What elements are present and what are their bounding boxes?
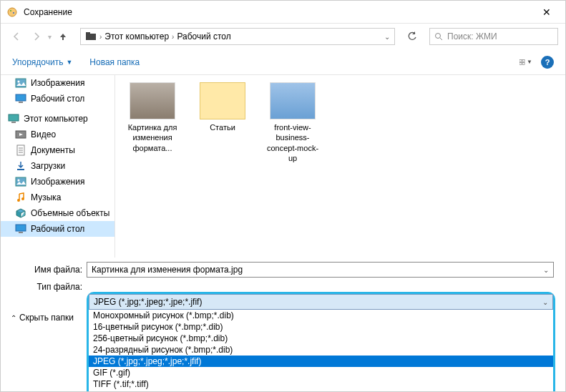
file-thumbnail bbox=[200, 82, 245, 119]
up-button[interactable] bbox=[54, 28, 72, 45]
svg-point-2 bbox=[13, 12, 14, 14]
svg-rect-3 bbox=[86, 34, 96, 40]
svg-point-0 bbox=[8, 8, 16, 16]
svg-rect-28 bbox=[16, 225, 26, 231]
new-folder-button[interactable]: Новая папка bbox=[89, 57, 140, 67]
svg-rect-29 bbox=[19, 232, 23, 233]
chevron-down-icon[interactable]: ⌄ bbox=[384, 33, 390, 41]
sidebar-item[interactable]: Видео bbox=[1, 127, 114, 142]
folder-icon bbox=[85, 31, 97, 42]
breadcrumb[interactable]: › Этот компьютер › Рабочий стол ⌄ bbox=[80, 28, 395, 45]
filename-label: Имя файла: bbox=[1, 265, 87, 275]
svg-point-5 bbox=[436, 34, 441, 39]
view-options-button[interactable]: ▼ bbox=[519, 56, 532, 69]
search-placeholder: Поиск: ЖМИ bbox=[447, 31, 497, 41]
desktop-icon bbox=[15, 223, 26, 235]
svg-rect-8 bbox=[522, 59, 524, 62]
svg-point-1 bbox=[10, 10, 11, 11]
body: ИзображенияРабочий стол Этот компьютер В… bbox=[1, 75, 565, 258]
svg-rect-10 bbox=[522, 62, 524, 64]
refresh-button[interactable] bbox=[404, 28, 421, 45]
filetype-option[interactable]: 24-разрядный рисунок (*.bmp;*.dib) bbox=[89, 344, 553, 356]
doc-icon bbox=[15, 144, 26, 156]
file-list[interactable]: Картинка для изменения формата...Статьиf… bbox=[115, 75, 565, 258]
organize-button[interactable]: Упорядочить ▼ bbox=[12, 57, 72, 67]
filetype-dropdown[interactable]: Монохромный рисунок (*.bmp;*.dib)16-цвет… bbox=[89, 310, 553, 392]
breadcrumb-location[interactable]: Рабочий стол bbox=[177, 31, 230, 41]
download-icon bbox=[15, 160, 26, 172]
svg-rect-14 bbox=[19, 102, 23, 103]
search-input[interactable]: Поиск: ЖМИ bbox=[429, 28, 558, 45]
svg-point-12 bbox=[18, 81, 20, 83]
music-icon bbox=[15, 192, 26, 203]
svg-rect-23 bbox=[17, 169, 24, 170]
svg-rect-11 bbox=[16, 79, 26, 87]
back-button[interactable] bbox=[8, 28, 25, 45]
chevron-right-icon: › bbox=[99, 33, 102, 41]
breadcrumb-root[interactable]: Этот компьютер bbox=[104, 31, 169, 41]
filetype-option[interactable]: 256-цветный рисунок (*.bmp;*.dib) bbox=[89, 333, 553, 344]
filetype-option[interactable]: Монохромный рисунок (*.bmp;*.dib) bbox=[89, 310, 553, 321]
file-thumbnail bbox=[270, 82, 316, 119]
forward-button[interactable] bbox=[28, 28, 45, 45]
filetype-label: Тип файла: bbox=[1, 282, 87, 292]
file-item[interactable]: front-view-business-concept-mock-up bbox=[264, 82, 321, 163]
video-icon bbox=[15, 129, 26, 140]
close-button[interactable]: ✕ bbox=[534, 6, 560, 18]
window-title: Сохранение bbox=[24, 7, 534, 17]
search-icon bbox=[434, 32, 443, 41]
help-button[interactable]: ? bbox=[541, 56, 554, 69]
filetype-option[interactable]: JPEG (*.jpg;*.jpeg;*.jpe;*.jfif) bbox=[89, 356, 553, 367]
sidebar-this-pc[interactable]: Этот компьютер bbox=[1, 111, 114, 127]
chevron-up-icon: ⌃ bbox=[11, 314, 16, 322]
chevron-down-icon: ▼ bbox=[66, 59, 72, 66]
sidebar[interactable]: ИзображенияРабочий стол Этот компьютер В… bbox=[1, 75, 115, 258]
filetype-highlight: JPEG (*.jpg;*.jpeg;*.jpe;*.jfif) ⌄ Монох… bbox=[87, 292, 555, 392]
sidebar-item[interactable]: Изображения bbox=[1, 75, 114, 91]
svg-rect-13 bbox=[16, 94, 26, 101]
3d-icon bbox=[15, 207, 26, 219]
app-icon bbox=[6, 6, 18, 18]
image-icon bbox=[15, 77, 26, 89]
chevron-down-icon[interactable]: ⌄ bbox=[542, 298, 548, 306]
sidebar-item[interactable]: Рабочий стол bbox=[1, 91, 114, 107]
sidebar-item[interactable]: Изображения bbox=[1, 174, 114, 190]
sidebar-item[interactable]: Музыка bbox=[1, 190, 114, 205]
svg-point-25 bbox=[18, 180, 20, 182]
sidebar-item[interactable]: Документы bbox=[1, 142, 114, 158]
sidebar-item[interactable]: Рабочий стол bbox=[1, 221, 114, 237]
titlebar: Сохранение ✕ bbox=[1, 1, 565, 24]
bottom-panel: Имя файла: Картинка для изменения формат… bbox=[1, 258, 565, 392]
toolbar: Упорядочить ▼ Новая папка ▼ ? bbox=[1, 49, 565, 75]
chevron-right-icon: › bbox=[172, 33, 174, 41]
filetype-select[interactable]: JPEG (*.jpg;*.jpeg;*.jpe;*.jfif) ⌄ bbox=[89, 294, 553, 310]
filetype-option[interactable]: TIFF (*.tif;*.tiff) bbox=[89, 378, 553, 390]
chevron-down-icon[interactable]: ⌄ bbox=[543, 266, 549, 274]
svg-rect-15 bbox=[9, 114, 19, 121]
file-label: Картинка для изменения формата... bbox=[124, 122, 181, 153]
navbar: ▾ › Этот компьютер › Рабочий стол ⌄ Поис… bbox=[1, 24, 565, 49]
file-item[interactable]: Картинка для изменения формата... bbox=[124, 82, 181, 153]
desktop-icon bbox=[15, 93, 26, 104]
pc-icon bbox=[8, 113, 19, 124]
svg-rect-4 bbox=[86, 32, 90, 34]
svg-line-6 bbox=[440, 38, 442, 40]
recent-dropdown-icon[interactable]: ▾ bbox=[48, 33, 52, 41]
svg-rect-24 bbox=[16, 177, 26, 186]
svg-rect-7 bbox=[519, 59, 522, 62]
svg-rect-16 bbox=[11, 122, 16, 123]
file-label: Статьи bbox=[194, 122, 251, 132]
sidebar-item[interactable]: Загрузки bbox=[1, 158, 114, 174]
svg-rect-9 bbox=[519, 62, 522, 64]
svg-point-26 bbox=[17, 199, 20, 202]
file-label: front-view-business-concept-mock-up bbox=[264, 122, 321, 163]
file-item[interactable]: Статьи bbox=[194, 82, 251, 132]
filetype-option[interactable]: 16-цветный рисунок (*.bmp;*.dib) bbox=[89, 321, 553, 333]
svg-point-27 bbox=[21, 197, 24, 200]
file-thumbnail bbox=[130, 82, 175, 119]
filetype-option[interactable]: GIF (*.gif) bbox=[89, 367, 553, 378]
image-icon bbox=[15, 176, 26, 187]
filename-input[interactable]: Картинка для изменения формата.jpg ⌄ bbox=[87, 262, 554, 278]
sidebar-item[interactable]: Объемные объекты bbox=[1, 205, 114, 221]
hide-folders-button[interactable]: ⌃ Скрыть папки bbox=[11, 313, 74, 323]
